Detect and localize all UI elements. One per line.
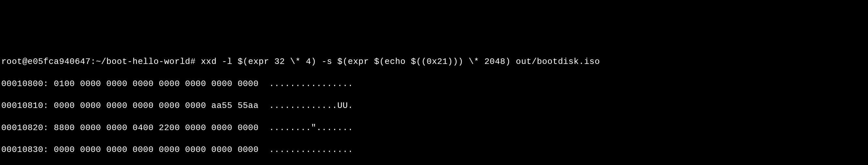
hex-bytes: 0000 0000 0000 0000 0000 0000 0000 0000 xyxy=(54,145,258,155)
hex-ascii: .............UU. xyxy=(269,101,353,110)
hex-offset: 00010810: xyxy=(1,101,49,110)
hex-bytes: 0000 0000 0000 0000 0000 0000 aa55 55aa xyxy=(54,101,258,110)
hex-bytes: 8800 0000 0000 0400 2200 0000 0000 0000 xyxy=(54,123,258,133)
hex-ascii: ................ xyxy=(269,79,353,89)
hex-ascii: ........"....... xyxy=(269,123,353,133)
hexdump-line: 00010800: 0100 0000 0000 0000 0000 0000 … xyxy=(1,78,867,90)
hex-bytes: 0100 0000 0000 0000 0000 0000 0000 0000 xyxy=(54,79,258,89)
prompt-symbol: # xyxy=(190,57,196,67)
command-text: xxd -l $(expr 32 \* 4) -s $(expr $(echo … xyxy=(201,57,600,67)
prompt-host: e05fca940647 xyxy=(28,57,91,67)
command-line: root@e05fca940647:~/boot-hello-world# xx… xyxy=(1,57,867,67)
hexdump-line: 00010830: 0000 0000 0000 0000 0000 0000 … xyxy=(1,144,867,156)
prompt-user: root xyxy=(1,57,22,67)
hex-offset: 00010800: xyxy=(1,79,49,89)
hexdump-line: 00010810: 0000 0000 0000 0000 0000 0000 … xyxy=(1,100,867,111)
hex-offset: 00010820: xyxy=(1,123,49,133)
prompt-path: ~/boot-hello-world xyxy=(96,57,190,67)
terminal-output: root@e05fca940647:~/boot-hello-world# xx… xyxy=(1,45,867,165)
hex-ascii: ................ xyxy=(269,145,353,155)
hexdump-line: 00010820: 8800 0000 0000 0400 2200 0000 … xyxy=(1,123,867,134)
hex-offset: 00010830: xyxy=(1,145,49,155)
